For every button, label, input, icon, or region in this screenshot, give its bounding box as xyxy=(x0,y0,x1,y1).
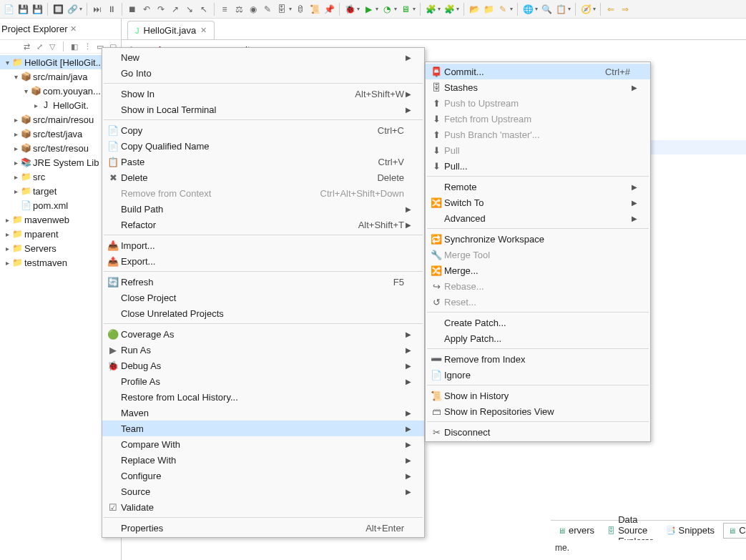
close-tab-icon[interactable]: ✕ xyxy=(200,26,207,35)
skip-icon[interactable]: ⏭ xyxy=(92,4,103,15)
wand-icon[interactable]: ✎ xyxy=(262,4,273,15)
ext2-icon[interactable]: 🧩 xyxy=(443,4,455,15)
menu-item[interactable]: 🗄Stashes▶ xyxy=(426,79,650,95)
menu-item[interactable]: ✖DeleteDelete xyxy=(102,170,424,185)
menu-item[interactable]: Apply Patch... xyxy=(426,330,650,346)
open-type-icon[interactable]: 📂 xyxy=(468,4,480,15)
breakpoint-icon[interactable]: ◉ xyxy=(247,4,259,15)
nav-icon[interactable]: 🧭 xyxy=(580,4,592,15)
menu-item[interactable]: 📜Show in History xyxy=(426,388,650,403)
menu-item[interactable]: ➖Remove from Index xyxy=(426,351,650,367)
menu-item[interactable]: 🟢Coverage As▶ xyxy=(102,326,424,342)
save-icon[interactable]: 💾 xyxy=(17,4,29,15)
menu-item[interactable]: 📋PasteCtrl+V xyxy=(102,154,424,170)
twisty-icon[interactable]: ▾ xyxy=(21,87,30,95)
menu-item[interactable]: Compare With▶ xyxy=(102,436,424,452)
pause-icon[interactable]: ⏸ xyxy=(106,4,117,15)
menu-item[interactable]: 📄Ignore xyxy=(426,367,650,383)
save-all-icon[interactable]: 💾 xyxy=(31,4,43,15)
menu-item[interactable]: ⬇Pull... xyxy=(426,158,650,174)
menu-item[interactable]: Show in Local Terminal▶ xyxy=(102,102,424,117)
run-icon[interactable]: ▶ xyxy=(363,4,374,15)
menu-item[interactable]: 🔀Merge... xyxy=(426,262,650,278)
twisty-icon[interactable]: ▾ xyxy=(11,73,20,81)
view-tab[interactable]: 🖥ervers xyxy=(554,523,599,539)
menu-item[interactable]: Maven▶ xyxy=(102,405,424,421)
menu-item[interactable]: ▶Run As▶ xyxy=(102,342,424,358)
web-icon[interactable]: 🌐 xyxy=(522,4,534,15)
debug-icon[interactable]: 🐞 xyxy=(344,4,355,15)
fwd-icon[interactable]: ⇒ xyxy=(619,4,631,15)
menu-item[interactable]: Close Project xyxy=(102,290,424,305)
new-pkg-icon[interactable]: ✎ xyxy=(497,4,509,15)
menu-item[interactable]: PropertiesAlt+Enter xyxy=(102,520,424,536)
step-into-icon[interactable]: ↘ xyxy=(184,4,195,15)
db-icon[interactable]: 🛢 xyxy=(295,4,306,15)
menu-item[interactable]: 📥Import... xyxy=(102,237,424,253)
menu-item[interactable]: 🔄RefreshF5 xyxy=(102,274,424,290)
twisty-icon[interactable]: ▸ xyxy=(11,159,20,167)
team-submenu[interactable]: 📮Commit...Ctrl+#🗄Stashes▶⬆Push to Upstre… xyxy=(425,62,651,442)
run-server-icon[interactable]: 🖥 xyxy=(400,4,411,15)
view-tab[interactable]: 📑Snippets xyxy=(662,523,720,539)
menu-item[interactable]: Remote▶ xyxy=(426,179,650,195)
step-out-icon[interactable]: ↖ xyxy=(198,4,210,15)
editor-tab[interactable]: J HelloGit.java ✕ xyxy=(127,21,215,39)
menu-item[interactable]: 📤Export... xyxy=(102,253,424,269)
twisty-icon[interactable]: ▸ xyxy=(3,245,11,252)
menu-item[interactable]: 📮Commit...Ctrl+# xyxy=(426,64,650,79)
menu-item[interactable]: 🗃Show in Repositories View xyxy=(426,403,650,419)
menu-item[interactable]: Team▶ xyxy=(102,421,424,436)
filter-explorer-icon[interactable]: ▽ xyxy=(47,41,57,51)
view-tab[interactable]: 🖥Console✕ xyxy=(723,523,746,539)
link-icon[interactable]: 🔗 xyxy=(67,4,78,15)
filter-icon[interactable]: ⚖ xyxy=(233,4,245,15)
stop-icon[interactable]: ⏹ xyxy=(127,4,138,15)
collapse-all-icon[interactable]: ⇄ xyxy=(21,41,31,51)
menu-item[interactable]: Build Path▶ xyxy=(102,201,424,217)
menu-item[interactable]: Restore from Local History... xyxy=(102,389,424,405)
menu-item[interactable]: 🔁Synchronize Workspace xyxy=(426,231,650,247)
menu-item[interactable]: Close Unrelated Projects xyxy=(102,305,424,321)
undo-icon[interactable]: ↶ xyxy=(141,4,152,15)
menu-item[interactable]: ✂Disconnect xyxy=(426,424,650,440)
new-icon[interactable]: 📄 xyxy=(3,4,14,15)
menu-item[interactable]: RefactorAlt+Shift+T▶ xyxy=(102,217,424,232)
menu-item[interactable]: ☑Validate xyxy=(102,499,424,515)
server-icon[interactable]: 🗄 xyxy=(276,4,288,15)
menu-item[interactable]: Source▶ xyxy=(102,483,424,499)
menu-item[interactable]: 📄CopyCtrl+C xyxy=(102,122,424,138)
twisty-icon[interactable]: ▸ xyxy=(31,102,40,109)
twisty-icon[interactable]: ▸ xyxy=(11,116,20,124)
twisty-icon[interactable]: ▸ xyxy=(11,130,20,138)
menu-item[interactable]: Show InAlt+Shift+W▶ xyxy=(102,86,424,102)
toggle-icon[interactable]: 🔲 xyxy=(52,4,64,15)
menu-item[interactable]: New▶ xyxy=(102,49,424,65)
menu-item[interactable]: Configure▶ xyxy=(102,468,424,483)
task-icon[interactable]: 📋 xyxy=(555,4,566,15)
twisty-icon[interactable]: ▸ xyxy=(3,259,11,267)
twisty-icon[interactable]: ▸ xyxy=(3,216,11,224)
view-tab[interactable]: 🗄Data Source Explorer xyxy=(603,523,657,539)
twisty-icon[interactable]: ▸ xyxy=(11,144,20,152)
ext-icon[interactable]: 🧩 xyxy=(425,4,436,15)
twisty-icon[interactable]: ▸ xyxy=(11,173,20,181)
context-menu[interactable]: New▶Go IntoShow InAlt+Shift+W▶Show in Lo… xyxy=(102,47,425,538)
step-over-icon[interactable]: ↗ xyxy=(170,4,181,15)
coverage-icon[interactable]: ◔ xyxy=(381,4,393,15)
twisty-icon[interactable]: ▾ xyxy=(3,59,11,67)
link-editor-icon[interactable]: ⤢ xyxy=(34,41,44,51)
menu-item[interactable]: 🔀Switch To▶ xyxy=(426,195,650,210)
search-icon[interactable]: 🔍 xyxy=(541,4,552,15)
focus-icon[interactable]: ◧ xyxy=(69,41,79,51)
new-class-icon[interactable]: 📁 xyxy=(483,4,494,15)
close-icon[interactable]: ✕ xyxy=(70,24,77,34)
menu-item[interactable]: Replace With▶ xyxy=(102,452,424,468)
step-icon[interactable]: ↷ xyxy=(155,4,167,15)
script-icon[interactable]: 📜 xyxy=(309,4,320,15)
twisty-icon[interactable]: ▸ xyxy=(3,230,11,238)
menu-item[interactable]: Profile As▶ xyxy=(102,373,424,389)
pin-icon[interactable]: 📌 xyxy=(323,4,335,15)
menu-item[interactable]: 🐞Debug As▶ xyxy=(102,358,424,373)
sort-icon[interactable]: ≡ xyxy=(219,4,230,15)
